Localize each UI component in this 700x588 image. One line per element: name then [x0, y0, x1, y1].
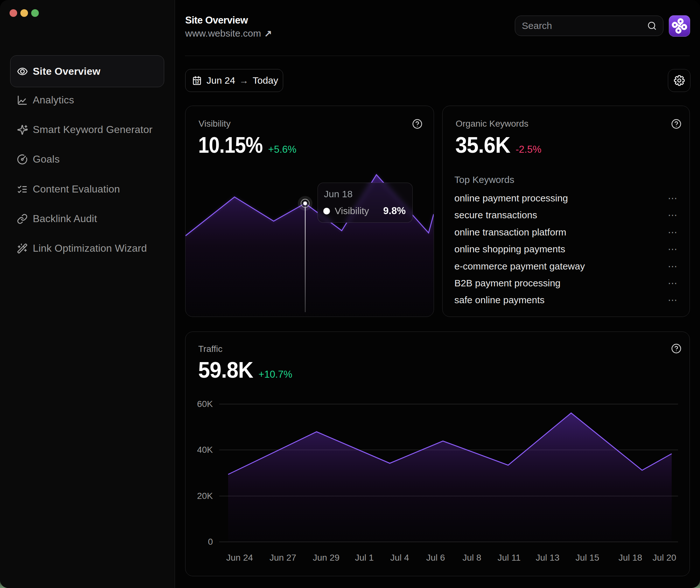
svg-text:12: 12 [195, 80, 199, 84]
